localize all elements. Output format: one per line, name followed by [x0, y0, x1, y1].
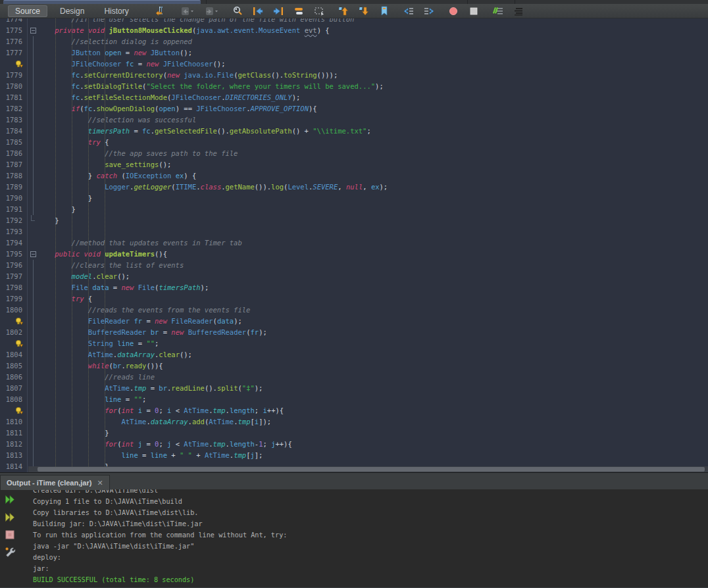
fold-marker-start[interactable]	[28, 25, 38, 36]
last-edit-position-icon[interactable]	[155, 5, 166, 17]
stop-icon[interactable]	[5, 529, 15, 540]
line-number[interactable]: 1796	[0, 260, 28, 271]
code-line[interactable]: 1813 line = line + " " + AtTime.tmp[j];	[0, 450, 708, 461]
line-number[interactable]: 1792	[0, 215, 28, 226]
rerun-icon[interactable]	[5, 494, 16, 505]
stop-macro-recording-icon[interactable]	[468, 5, 480, 17]
line-number[interactable]: 1805	[0, 360, 28, 372]
code-line[interactable]: String line = "";	[0, 338, 708, 349]
code-line[interactable]: 1798 File data = new File(timersPath);	[0, 282, 708, 293]
gutter-warning[interactable]	[0, 405, 28, 416]
gutter-warning[interactable]	[0, 338, 28, 349]
shift-line-left-icon[interactable]	[403, 5, 415, 17]
line-number[interactable]: 1788	[0, 170, 28, 182]
code-line[interactable]: 1808 line = "";	[0, 394, 708, 405]
line-number[interactable]: 1785	[0, 137, 28, 148]
warning-bulb-icon[interactable]	[14, 339, 24, 349]
code-line[interactable]: 1777 JButton open = new JButton();	[0, 47, 708, 59]
toggle-highlight-icon[interactable]	[293, 5, 305, 17]
code-line[interactable]: 1782 if(fc.showOpenDialog(open) == JFile…	[0, 103, 708, 114]
fold-marker-start[interactable]	[28, 249, 38, 260]
back-icon[interactable]	[179, 5, 195, 17]
gutter-warning[interactable]	[0, 59, 28, 70]
code-line[interactable]: 1806 //reads line	[0, 372, 708, 383]
code-line[interactable]: 1802 BufferedReader br = new BufferedRea…	[0, 327, 708, 338]
line-number[interactable]: 1786	[0, 148, 28, 159]
line-number[interactable]: 1779	[0, 70, 28, 81]
line-number[interactable]: 1780	[0, 81, 28, 92]
line-number[interactable]: 1775	[0, 25, 28, 36]
code-line[interactable]: 1794 //method that updates events in Tim…	[0, 237, 708, 249]
line-number[interactable]: 1806	[0, 372, 28, 383]
code-line[interactable]: 1799 try {	[0, 293, 708, 305]
line-number[interactable]: 1784	[0, 126, 28, 137]
code-line[interactable]: 1785 try {	[0, 137, 708, 148]
toggle-bookmark-icon[interactable]	[378, 5, 390, 17]
code-line[interactable]: for(int i = 0; i < AtTime.tmp.length; i+…	[0, 405, 708, 416]
line-number[interactable]: 1777	[0, 47, 28, 59]
line-number[interactable]: 1800	[0, 305, 28, 316]
code-line[interactable]: JFileChooser fc = new JFileChooser();	[0, 59, 708, 70]
code-line[interactable]: 1776 //selection dialog is oppened	[0, 36, 708, 47]
line-number[interactable]: 1783	[0, 114, 28, 126]
code-line[interactable]: FileReader fr = new FileReader(data);	[0, 316, 708, 327]
line-number[interactable]: 1774	[0, 18, 28, 25]
code-editor[interactable]: 1774 //if the user selects the change pa…	[0, 18, 708, 472]
code-line[interactable]: 1804 AtTime.dataArray.clear();	[0, 349, 708, 360]
next-bookmark-icon[interactable]	[358, 5, 370, 17]
shift-line-right-icon[interactable]	[423, 5, 435, 17]
code-line[interactable]: 1774 //if the user selects the change pa…	[0, 18, 708, 25]
line-number[interactable]: 1782	[0, 103, 28, 114]
active-file-tab-top[interactable]	[3, 0, 201, 4]
find-previous-icon[interactable]	[252, 5, 264, 17]
code-line[interactable]: 1795 public void updateTimers(){	[0, 249, 708, 260]
comment-icon[interactable]	[492, 5, 504, 17]
line-number[interactable]: 1798	[0, 282, 28, 293]
line-number[interactable]: 1807	[0, 383, 28, 394]
line-number[interactable]: 1814	[0, 461, 28, 472]
code-line[interactable]: 1783 //selection was successful	[0, 114, 708, 126]
code-line[interactable]: 1800 //reads the events from the veents …	[0, 305, 708, 316]
warning-bulb-icon[interactable]	[14, 406, 24, 416]
code-line[interactable]: 1790 }	[0, 193, 708, 204]
line-number[interactable]: 1781	[0, 92, 28, 103]
code-line[interactable]: 1775 private void jButton8MouseClicked(j…	[0, 25, 708, 36]
line-number[interactable]: 1791	[0, 204, 28, 215]
warning-bulb-icon[interactable]	[14, 317, 24, 326]
code-line[interactable]: 1784 timersPath = fc.getSelectedFile().g…	[0, 126, 708, 137]
source-view-button[interactable]: Source	[8, 5, 47, 17]
code-line[interactable]: 1792 }	[0, 215, 708, 226]
line-number[interactable]: 1797	[0, 271, 28, 282]
line-number[interactable]: 1790	[0, 193, 28, 204]
code-line[interactable]: 1780 fc.setDialogTitle("Select the folde…	[0, 81, 708, 92]
design-view-button[interactable]: Design	[53, 5, 91, 17]
line-number[interactable]: 1813	[0, 450, 28, 461]
line-number[interactable]: 1795	[0, 249, 28, 260]
horizontal-scrollbar[interactable]	[28, 466, 708, 472]
code-line[interactable]: 1787 save_settings();	[0, 159, 708, 170]
code-line[interactable]: 1811 }	[0, 428, 708, 439]
close-icon[interactable]	[97, 479, 103, 487]
line-number[interactable]: 1789	[0, 182, 28, 193]
code-line[interactable]: 1781 fc.setFileSelectionMode(JFileChoose…	[0, 92, 708, 103]
rerun-with-different-parameters-icon[interactable]	[5, 512, 16, 523]
code-line[interactable]: 1789 Logger.getLogger(ITIME.class.getNam…	[0, 182, 708, 193]
line-number[interactable]: 1810	[0, 416, 28, 428]
ant-settings-icon[interactable]	[5, 547, 16, 558]
line-number[interactable]: 1794	[0, 237, 28, 249]
line-number[interactable]: 1812	[0, 439, 28, 450]
output-tab[interactable]: Output - iTime (clean,jar)	[0, 475, 110, 490]
scrollbar-thumb[interactable]	[38, 467, 705, 472]
code-line[interactable]: 1788 } catch (IOException ex) {	[0, 170, 708, 182]
gutter-warning[interactable]	[0, 316, 28, 327]
line-number[interactable]: 1793	[0, 226, 28, 237]
line-number[interactable]: 1808	[0, 394, 28, 405]
find-next-icon[interactable]	[272, 5, 284, 17]
line-number[interactable]: 1811	[0, 428, 28, 439]
line-number[interactable]: 1804	[0, 349, 28, 360]
history-view-button[interactable]: History	[97, 5, 136, 17]
forward-icon[interactable]	[203, 5, 219, 17]
code-line[interactable]: 1779 fc.setCurrentDirectory(new java.io.…	[0, 70, 708, 81]
line-number[interactable]: 1776	[0, 36, 28, 47]
code-line[interactable]: 1810 AtTime.dataArray.add(AtTime.tmp[i])…	[0, 416, 708, 428]
